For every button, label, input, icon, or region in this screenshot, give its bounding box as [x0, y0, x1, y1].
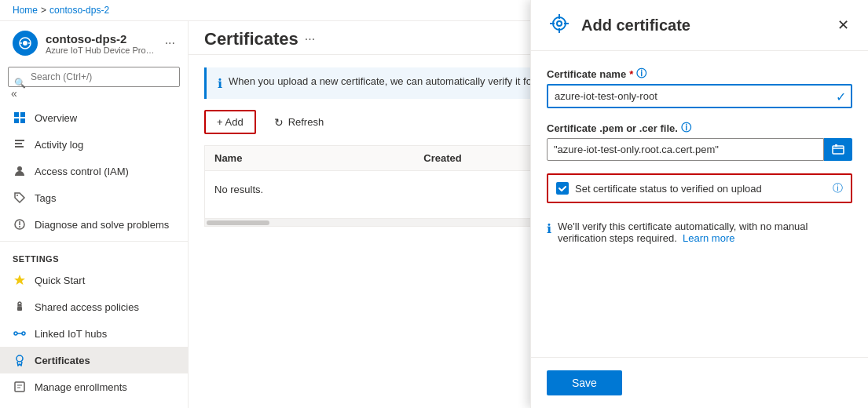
cert-file-label: Certificate .pem or .cer file. ⓘ [547, 121, 852, 135]
svg-rect-16 [17, 307, 22, 311]
panel-body: Certificate name * ⓘ ✓ Certificate .pem … [531, 51, 868, 357]
svg-rect-9 [15, 143, 22, 144]
page-title: Certificates [204, 29, 298, 49]
cert-name-info-icon[interactable]: ⓘ [636, 67, 646, 81]
settings-section-label: Settings [0, 245, 188, 267]
sidebar-item-linked-iot[interactable]: Linked IoT hubs [0, 320, 188, 347]
sidebar-item-label: Manage enrollments [35, 381, 127, 393]
verify-info: ℹ We'll verify this certificate automati… [547, 214, 852, 250]
panel-title: Add certificate [581, 16, 825, 35]
panel-header-icon [547, 13, 572, 38]
cert-file-input[interactable] [547, 138, 824, 161]
sidebar-item-tags[interactable]: Tags [0, 184, 188, 211]
svg-rect-10 [15, 146, 24, 148]
shared-access-icon [13, 300, 27, 314]
search-container: 🔍 « [0, 62, 188, 104]
panel-header: Add certificate ✕ [531, 0, 868, 51]
info-text: When you upload a new certificate, we ca… [229, 75, 540, 87]
cert-name-label: Certificate name * ⓘ [547, 67, 852, 81]
svg-rect-8 [15, 140, 24, 141]
sidebar-item-label: Tags [35, 192, 56, 204]
breadcrumb-current[interactable]: contoso-dps-2 [49, 5, 109, 16]
learn-more-link[interactable]: Learn more [683, 232, 734, 244]
verified-checkbox[interactable] [556, 182, 569, 195]
quick-start-icon [13, 273, 27, 287]
panel-close-button[interactable]: ✕ [834, 13, 852, 37]
verify-info-text: We'll verify this certificate automatica… [558, 220, 852, 244]
input-valid-icon: ✓ [836, 89, 846, 104]
set-verified-checkbox-row[interactable]: Set certificate status to verified on up… [547, 173, 852, 203]
panel-footer: Save [531, 357, 868, 408]
sidebar-item-label: Linked IoT hubs [35, 328, 107, 340]
sidebar-item-label: Diagnose and solve problems [35, 219, 169, 231]
sidebar-item-label: Access control (IAM) [35, 166, 129, 177]
verified-checkbox-label: Set certificate status to verified on up… [575, 183, 826, 195]
sidebar-item-diagnose[interactable]: Diagnose and solve problems [0, 211, 188, 238]
svg-rect-7 [20, 118, 25, 123]
sidebar-item-activity-log[interactable]: Activity log [0, 131, 188, 158]
svg-rect-5 [20, 112, 25, 117]
sidebar-item-manage-allocation[interactable]: Manage allocation policy [0, 400, 188, 408]
required-indicator: * [629, 68, 633, 80]
sidebar-nav: Overview Activity log Access control (IA… [0, 104, 188, 408]
cert-file-info-icon[interactable]: ⓘ [681, 121, 691, 135]
refresh-button[interactable]: ↻ Refresh [262, 111, 336, 134]
scrollbar-thumb [207, 220, 269, 225]
activity-log-icon [13, 137, 27, 151]
svg-point-1 [23, 41, 27, 46]
svg-point-19 [22, 332, 25, 335]
sidebar-title-block: contoso-dps-2 Azure IoT Hub Device Provi… [46, 32, 157, 55]
refresh-label: Refresh [288, 116, 324, 128]
sidebar-title: contoso-dps-2 [46, 32, 157, 46]
sidebar-item-label: Shared access policies [35, 301, 139, 313]
svg-point-21 [16, 355, 23, 362]
svg-point-26 [553, 17, 566, 30]
svg-point-15 [19, 226, 20, 228]
svg-point-12 [16, 195, 18, 196]
info-icon: ℹ [218, 76, 222, 91]
sidebar-item-quick-start[interactable]: Quick Start [0, 267, 188, 293]
svg-point-27 [557, 21, 562, 26]
svg-rect-22 [15, 382, 24, 392]
sidebar-item-label: Activity log [35, 139, 83, 151]
svg-point-11 [17, 166, 22, 171]
sidebar-more-button[interactable]: ··· [165, 36, 175, 50]
sidebar-item-label: Quick Start [35, 275, 85, 286]
tags-icon [13, 191, 27, 205]
breadcrumb-home[interactable]: Home [13, 5, 38, 16]
cert-name-input[interactable] [547, 84, 852, 108]
sidebar-item-access-control[interactable]: Access control (IAM) [0, 158, 188, 184]
cert-name-input-wrapper: ✓ [547, 84, 852, 108]
sidebar-item-shared-access[interactable]: Shared access policies [0, 293, 188, 320]
breadcrumb-separator: > [41, 5, 46, 16]
sidebar-service-icon [13, 31, 38, 56]
col-name: Name [214, 152, 423, 164]
add-button[interactable]: + Add [204, 110, 256, 134]
cert-name-group: Certificate name * ⓘ ✓ [547, 67, 852, 108]
sidebar-item-manage-enrollments[interactable]: Manage enrollments [0, 373, 188, 400]
overview-icon [13, 111, 27, 125]
verified-checkbox-info-icon[interactable]: ⓘ [833, 181, 843, 195]
linked-iot-icon [13, 326, 27, 341]
verify-info-icon: ℹ [547, 221, 551, 236]
svg-rect-6 [14, 118, 19, 123]
search-input[interactable] [8, 67, 180, 87]
certificates-icon [13, 353, 27, 367]
page-more-button[interactable]: ··· [305, 32, 315, 46]
svg-rect-32 [833, 146, 844, 154]
sidebar: contoso-dps-2 Azure IoT Hub Device Provi… [0, 21, 189, 408]
diagnose-icon [13, 217, 27, 231]
svg-point-17 [18, 302, 21, 305]
collapse-sidebar-button[interactable]: « [8, 87, 20, 100]
sidebar-item-label: Certificates [35, 355, 90, 366]
svg-rect-4 [14, 112, 19, 117]
search-icon: 🔍 [14, 78, 26, 89]
cert-file-browse-button[interactable] [824, 138, 852, 161]
sidebar-item-overview[interactable]: Overview [0, 104, 188, 131]
cert-file-group: Certificate .pem or .cer file. ⓘ [547, 121, 852, 161]
sidebar-item-certificates[interactable]: Certificates [0, 347, 188, 373]
sidebar-divider [0, 241, 188, 242]
save-button[interactable]: Save [547, 370, 622, 395]
access-control-icon [13, 164, 27, 178]
refresh-icon: ↻ [274, 116, 284, 129]
